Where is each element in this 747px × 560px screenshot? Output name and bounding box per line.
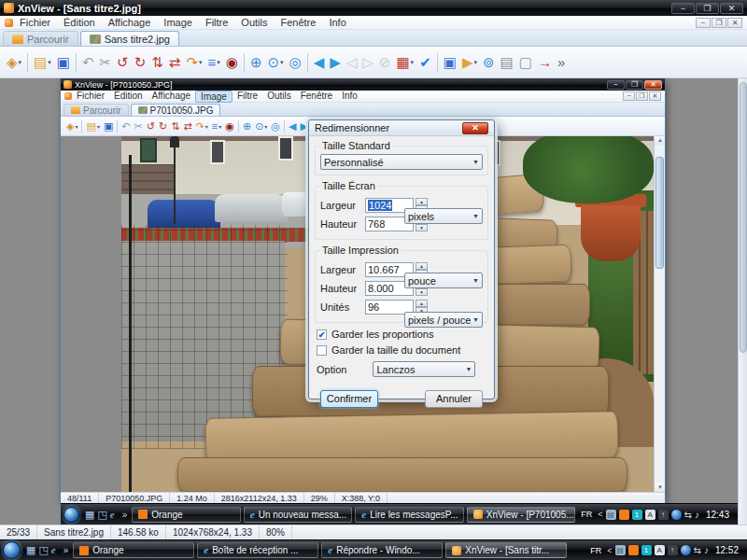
update-agent-tray-icon[interactable]: ↑ xyxy=(668,545,678,555)
close-button[interactable]: ✕ xyxy=(720,3,743,14)
viewer-vertical-scrollbar[interactable] xyxy=(738,78,747,525)
menu-item-filtre[interactable]: Filtre xyxy=(233,91,262,103)
flip-horizontal-icon[interactable]: ⇄ xyxy=(181,119,193,133)
rotate-left-icon[interactable]: ↺ xyxy=(145,119,157,133)
viewer-scroll-thumb[interactable] xyxy=(740,82,747,353)
stop-loading-icon[interactable]: ⊘ xyxy=(376,51,394,74)
confirm-check-icon[interactable]: ✔ xyxy=(416,51,434,74)
cut-icon[interactable]: ✂ xyxy=(97,51,115,74)
print-agent-tray-icon[interactable]: ▤ xyxy=(606,510,616,520)
browser-icon[interactable]: ◈▾ xyxy=(64,119,79,133)
menu-item-fichier[interactable]: Fichier xyxy=(13,17,57,28)
scroll-thumb[interactable] xyxy=(655,157,664,269)
clock[interactable]: 12:43 xyxy=(702,510,733,520)
show-desktop-icon[interactable]: ▦ xyxy=(26,545,35,555)
antivirus-tray-icon[interactable]: A xyxy=(645,510,655,520)
keep-proportions-checkbox[interactable] xyxy=(317,329,327,340)
menu-item-info[interactable]: Info xyxy=(337,91,362,103)
outer-titlebar[interactable]: XnView - [Sans titre2.jpg] − ❐ ✕ xyxy=(0,0,747,16)
task-button-orange[interactable]: Orange xyxy=(73,542,194,558)
status-sphere-tray-icon[interactable] xyxy=(671,510,682,520)
tab-sans-titre2-jpg[interactable]: Sans titre2.jpg xyxy=(80,31,179,46)
print-resolution-combo[interactable]: pixels / pouce ▼ xyxy=(404,312,483,328)
tray-chevron-icon[interactable]: < xyxy=(607,546,612,555)
status-sphere-tray-icon[interactable] xyxy=(681,545,691,555)
start-orb-icon[interactable] xyxy=(3,541,21,559)
standard-size-combo[interactable]: Personnalisé ▼ xyxy=(320,154,483,170)
flip-horizontal-icon[interactable]: ⇄ xyxy=(166,51,184,74)
minimize-button[interactable]: − xyxy=(671,3,695,14)
slideshow-icon[interactable]: ▦▾ xyxy=(393,51,416,74)
menu-item-image[interactable]: Image xyxy=(157,17,199,28)
save-icon[interactable]: ▣ xyxy=(54,51,73,74)
task-button-xnview-p701005-[interactable]: XnView - [P701005... xyxy=(467,507,576,523)
internet-explorer-icon[interactable]: e xyxy=(110,510,115,520)
tray-chevron-icon[interactable]: < xyxy=(598,510,602,519)
next-image-icon[interactable]: ▶ xyxy=(327,51,344,74)
tab-parcourir[interactable]: Parcourir xyxy=(63,104,129,116)
menu-item-filtre[interactable]: Filtre xyxy=(199,17,234,28)
menu-item-fenêtre[interactable]: Fenêtre xyxy=(274,17,322,28)
last-image-icon[interactable]: ▷ xyxy=(359,51,376,74)
scroll-down-icon[interactable]: ▼ xyxy=(655,483,665,492)
clock[interactable]: 12:52 xyxy=(712,545,742,555)
task-button-lire-les-messagesp-[interactable]: eLire les messagesP... xyxy=(355,507,464,523)
print-agent-tray-icon[interactable]: ▤ xyxy=(615,545,626,555)
window-switcher-icon[interactable]: ◳ xyxy=(97,510,106,520)
resample-filter-combo[interactable]: Lanczos ▼ xyxy=(373,361,475,377)
quicklaunch-overflow-icon[interactable]: » xyxy=(62,545,71,555)
cancel-button[interactable]: Annuler xyxy=(425,390,483,408)
adjust-levels-icon[interactable]: ≡▾ xyxy=(205,51,223,74)
frame-icon[interactable]: ▣ xyxy=(441,51,459,74)
messenger-status-tray-icon[interactable]: 1 xyxy=(641,545,652,555)
menu-item-fenêtre[interactable]: Fenêtre xyxy=(296,91,337,103)
print-icon[interactable]: ▤ xyxy=(498,51,516,74)
cut-icon[interactable]: ✂ xyxy=(133,119,145,133)
network-tray-icon[interactable]: ⇆ xyxy=(684,510,692,520)
previous-image-icon[interactable]: ◀ xyxy=(287,119,298,133)
spin-up-icon[interactable]: ▲ xyxy=(416,198,428,205)
open-folder-icon[interactable]: ▤▾ xyxy=(84,119,101,133)
show-desktop-icon[interactable]: ▦ xyxy=(85,510,94,520)
tab-p7010050-jpg[interactable]: P7010050.JPG xyxy=(131,104,221,116)
task-button-r-pondre-windo-[interactable]: eRépondre - Windo... xyxy=(321,542,443,558)
red-eye-icon[interactable]: ◉ xyxy=(223,119,236,133)
zoom-in-icon[interactable]: ⊕ xyxy=(241,119,253,133)
toolbar-overflow-icon[interactable]: » xyxy=(555,51,568,74)
adjust-levels-icon[interactable]: ≡▾ xyxy=(210,119,223,133)
language-indicator[interactable]: FR xyxy=(578,510,595,519)
menu-item-affichage[interactable]: Affichage xyxy=(148,91,196,103)
mdi-restore-button[interactable]: ❐ xyxy=(712,18,726,28)
rotate-custom-icon[interactable]: ↷▾ xyxy=(183,51,204,74)
flip-vertical-icon[interactable]: ⇅ xyxy=(169,119,181,133)
menu-item-édition[interactable]: Édition xyxy=(57,17,102,28)
network-tray-icon[interactable]: ⇆ xyxy=(694,545,701,555)
menu-item-édition[interactable]: Édition xyxy=(109,91,148,103)
scan-icon[interactable]: ▢ xyxy=(516,51,535,74)
orange-agent-tray-icon[interactable] xyxy=(619,510,629,520)
zoom-in-icon[interactable]: ⊕ xyxy=(247,51,265,74)
flip-vertical-icon[interactable]: ⇅ xyxy=(148,51,166,74)
rotate-left-icon[interactable]: ↺ xyxy=(114,51,132,74)
task-button-xnview-sans-titr-[interactable]: XnView - [Sans titr... xyxy=(445,542,567,558)
browser-icon[interactable]: ◈▾ xyxy=(4,51,24,74)
screen-unit-combo[interactable]: pixels ▼ xyxy=(404,208,483,224)
rotate-right-icon[interactable]: ↻ xyxy=(132,51,149,74)
menu-item-outils[interactable]: Outils xyxy=(262,91,296,103)
undo-icon[interactable]: ↶ xyxy=(79,51,97,74)
rotate-right-icon[interactable]: ↻ xyxy=(157,119,169,133)
menu-item-affichage[interactable]: Affichage xyxy=(102,17,158,28)
volume-tray-icon[interactable]: ♪ xyxy=(695,510,699,520)
tab-parcourir[interactable]: Parcourir xyxy=(3,31,78,46)
scroll-up-icon[interactable]: ▲ xyxy=(655,136,665,145)
zoom-actual-icon[interactable]: ◎ xyxy=(269,119,282,133)
window-switcher-icon[interactable]: ◳ xyxy=(38,545,48,555)
undo-icon[interactable]: ↶ xyxy=(120,119,132,133)
mdi-close-button[interactable]: ✕ xyxy=(727,18,742,28)
first-image-icon[interactable]: ◁ xyxy=(344,51,360,74)
antivirus-tray-icon[interactable]: A xyxy=(655,545,665,555)
zoom-actual-icon[interactable]: ◎ xyxy=(287,51,304,74)
mdi-minimize-button[interactable]: − xyxy=(696,18,711,28)
move-to-folder-icon[interactable]: ▶▾ xyxy=(459,51,480,74)
inner-vertical-scrollbar[interactable]: ▲ ▼ xyxy=(654,136,665,492)
